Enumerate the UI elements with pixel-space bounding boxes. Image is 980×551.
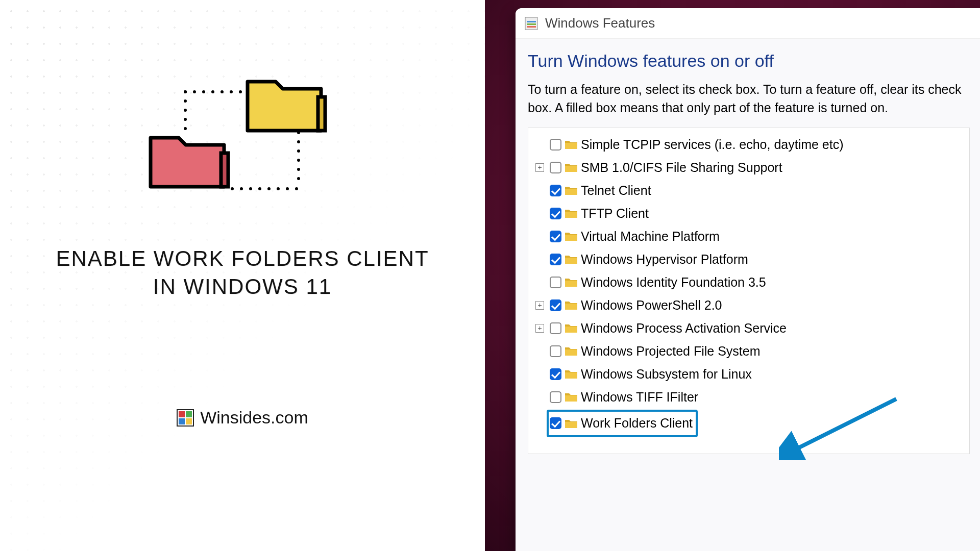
feature-label: Windows TIFF IFilter xyxy=(581,390,698,405)
folder-icon xyxy=(565,208,578,219)
folder-red-icon xyxy=(145,128,232,194)
feature-row[interactable]: Simple TCPIP services (i.e. echo, daytim… xyxy=(532,133,965,156)
feature-label: Windows Hypervisor Platform xyxy=(581,252,748,267)
dialog-description: To turn a feature on, select its check b… xyxy=(528,80,970,117)
dialog-content: Turn Windows features on or off To turn … xyxy=(516,39,980,454)
svg-rect-1 xyxy=(221,153,228,187)
feature-row[interactable]: + Windows Process Activation Service xyxy=(532,317,965,340)
folder-icon xyxy=(565,277,578,288)
feature-label: SMB 1.0/CIFS File Sharing Support xyxy=(581,160,782,175)
folder-icon xyxy=(565,185,578,196)
folder-icon xyxy=(565,418,578,429)
expand-toggle[interactable]: + xyxy=(535,324,544,333)
feature-label: Windows Process Activation Service xyxy=(581,321,787,336)
folder-icon xyxy=(565,391,578,403)
feature-checkbox[interactable] xyxy=(550,322,561,334)
feature-checkbox[interactable] xyxy=(550,345,561,357)
svg-line-11 xyxy=(794,399,896,450)
feature-checkbox[interactable] xyxy=(550,231,561,242)
expand-toggle[interactable]: + xyxy=(535,163,544,172)
feature-checkbox[interactable] xyxy=(550,299,561,311)
feature-checkbox[interactable] xyxy=(550,254,561,265)
feature-checkbox[interactable] xyxy=(550,391,561,403)
feature-row[interactable]: Windows Identity Foundation 3.5 xyxy=(532,271,965,294)
highlighted-feature: Work Folders Client xyxy=(547,410,698,437)
folder-icon xyxy=(565,322,578,334)
folder-icon xyxy=(565,254,578,265)
feature-label: TFTP Client xyxy=(581,206,649,221)
folder-icon xyxy=(565,299,578,311)
svg-rect-0 xyxy=(318,97,325,131)
feature-checkbox[interactable] xyxy=(550,277,561,288)
folder-icon xyxy=(565,231,578,242)
feature-row[interactable]: Windows Projected File System xyxy=(532,340,965,363)
folder-icon xyxy=(565,368,578,380)
feature-label: Windows PowerShell 2.0 xyxy=(581,298,722,313)
feature-row[interactable]: + SMB 1.0/CIFS File Sharing Support xyxy=(532,156,965,179)
folder-icon xyxy=(565,345,578,357)
feature-row[interactable]: + Windows PowerShell 2.0 xyxy=(532,294,965,317)
feature-checkbox[interactable] xyxy=(550,139,561,151)
feature-label: Work Folders Client xyxy=(581,416,693,431)
windows-features-dialog: Windows Features Turn Windows features o… xyxy=(516,8,980,551)
svg-rect-10 xyxy=(527,26,536,28)
svg-rect-9 xyxy=(527,23,536,25)
feature-label: Windows Subsystem for Linux xyxy=(581,367,752,382)
feature-label: Windows Identity Foundation 3.5 xyxy=(581,275,766,290)
feature-row[interactable]: Virtual Machine Platform xyxy=(532,225,965,248)
article-hero-panel: ENABLE WORK FOLDERS CLIENT IN WINDOWS 11… xyxy=(0,0,485,551)
folder-icon xyxy=(565,162,578,173)
feature-row[interactable]: Windows Subsystem for Linux xyxy=(532,363,965,386)
hero-folder-graphic xyxy=(145,77,339,209)
dialog-title-text: Windows Features xyxy=(545,15,655,31)
feature-label: Simple TCPIP services (i.e. echo, daytim… xyxy=(581,137,844,152)
feature-checkbox[interactable] xyxy=(550,185,561,196)
dialog-title-icon xyxy=(525,17,538,30)
annotation-arrow-icon xyxy=(779,394,906,460)
feature-checkbox[interactable] xyxy=(550,162,561,173)
feature-checkbox[interactable] xyxy=(550,417,561,429)
feature-row[interactable]: Telnet Client xyxy=(532,179,965,202)
dialog-titlebar[interactable]: Windows Features xyxy=(516,8,980,39)
feature-label: Virtual Machine Platform xyxy=(581,229,720,244)
feature-label: Windows Projected File System xyxy=(581,344,761,359)
expand-toggle[interactable]: + xyxy=(535,301,544,310)
feature-checkbox[interactable] xyxy=(550,208,561,219)
folder-icon xyxy=(565,139,578,150)
feature-row[interactable]: TFTP Client xyxy=(532,202,965,225)
feature-label: Telnet Client xyxy=(581,183,651,198)
folder-yellow-icon xyxy=(242,71,329,138)
svg-rect-8 xyxy=(527,21,536,22)
feature-checkbox[interactable] xyxy=(550,368,561,380)
feature-row[interactable]: Windows Hypervisor Platform xyxy=(532,248,965,271)
dialog-heading: Turn Windows features on or off xyxy=(528,51,970,71)
